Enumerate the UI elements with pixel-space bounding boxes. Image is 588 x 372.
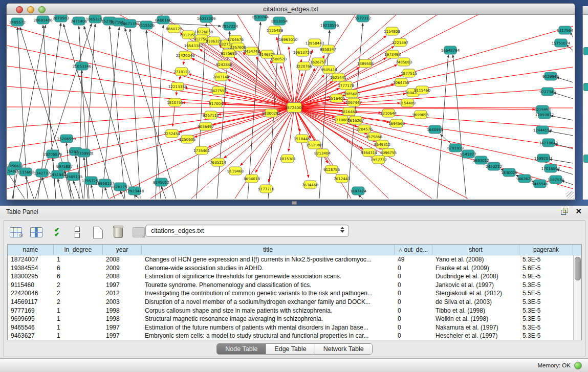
graph-node[interactable]: 1154808 [384, 27, 400, 35]
graph-node[interactable]: 7635214 [210, 158, 226, 166]
table-cell[interactable]: 9465546 [8, 323, 54, 332]
graph-node[interactable]: 9115460 [414, 86, 430, 94]
network-canvas[interactable]: 1872400788601238912955182260589127508165… [7, 15, 573, 199]
table-cell[interactable]: Estimation of the future numbers of pati… [142, 323, 395, 332]
table-cell[interactable]: 19384554 [8, 264, 54, 273]
graph-node[interactable]: 19613726 [293, 48, 312, 56]
table-cell[interactable]: 2008 [103, 272, 142, 281]
graph-node[interactable]: 9364314 [361, 148, 377, 157]
table-cell[interactable]: 5.3E-5 [519, 315, 573, 323]
table-cell[interactable]: 2008 [103, 255, 142, 264]
graph-node[interactable]: 8454749 [244, 47, 260, 55]
splitter-handle[interactable] [292, 201, 297, 205]
table-cell[interactable]: Changes of HCN gene expression and I(f) … [142, 255, 395, 264]
table-cell[interactable]: 5.3E-5 [519, 332, 573, 340]
graph-node[interactable]: 25206550 [57, 135, 76, 143]
table-cell[interactable]: 9115460 [8, 281, 54, 290]
table-row[interactable]: 946554611997Estimation of the future num… [8, 323, 574, 332]
graph-node[interactable]: 8213404 [314, 149, 331, 157]
table-row[interactable]: 977716911998Corpus callosum shape and si… [8, 307, 574, 315]
graph-node[interactable]: 1115668 [17, 168, 34, 176]
graph-node[interactable]: 9128756 [323, 165, 340, 173]
table-cell[interactable]: 9777169 [8, 307, 54, 315]
table-cell[interactable]: 1 [54, 323, 103, 332]
graph-node[interactable]: 1518445 [294, 135, 310, 143]
float-panel-icon[interactable] [561, 208, 568, 215]
table-cell[interactable]: Investigating the contribution of common… [142, 289, 395, 298]
table-cell[interactable]: 1997 [103, 281, 142, 290]
table-cell[interactable]: Embryonic stem cells: a model to study s… [142, 332, 395, 340]
graph-node[interactable]: 9505414 [321, 65, 337, 74]
graph-node[interactable]: 2204576 [356, 125, 373, 133]
table-cell[interactable]: 1 [54, 332, 103, 340]
close-panel-icon[interactable]: ✕ [575, 208, 582, 215]
graph-node[interactable]: 1588520 [270, 55, 287, 63]
graph-node[interactable]: 1704676 [227, 35, 244, 43]
table-options-icon[interactable]: ⚙ [8, 225, 24, 240]
graph-node[interactable]: 2078503 [53, 15, 69, 22]
graph-node[interactable]: 9267110 [203, 111, 219, 119]
table-cell[interactable]: 5.3E-5 [519, 307, 573, 315]
table-row[interactable]: 1830029562008Estimation of significance … [8, 272, 574, 281]
graph-node[interactable]: 8860123 [166, 25, 182, 33]
graph-node[interactable]: 1516405 [329, 94, 345, 102]
table-cell[interactable]: Yano et al. (2008) [432, 255, 519, 264]
table-cell[interactable]: 0 [395, 281, 432, 290]
table-cell[interactable]: 2003 [103, 298, 142, 307]
graph-node[interactable]: 9177716 [258, 185, 274, 193]
table-cell[interactable]: 9699695 [8, 315, 54, 323]
window-resize-grip[interactable] [567, 191, 574, 199]
graph-node[interactable]: 1512988 [306, 141, 322, 149]
column-header-year[interactable]: year [103, 245, 142, 255]
graph-node[interactable]: 9227343 [539, 87, 556, 96]
graph-node[interactable]: 20691406 [34, 16, 53, 24]
table-cell[interactable]: Structural magnetic resonance image aver… [142, 315, 395, 323]
table-row[interactable]: 969969511998Structural magnetic resonanc… [8, 315, 574, 323]
graph-node[interactable]: 1777178 [338, 81, 354, 90]
table-cell[interactable]: 1 [54, 315, 103, 323]
table-cell[interactable]: 2009 [103, 264, 142, 273]
table-row[interactable]: 2242004622012Investigating the contribut… [8, 289, 574, 298]
table-cell[interactable]: Wolkin et al. (1998) [432, 315, 519, 323]
table-cell[interactable]: 1 [54, 255, 103, 264]
table-cell[interactable]: 1 [54, 307, 103, 315]
new-table-icon[interactable] [90, 225, 105, 240]
table-cell[interactable]: 49 [395, 255, 432, 264]
table-cell[interactable]: Estimation of significance thresholds fo… [142, 272, 395, 281]
table-cell[interactable]: Franke et al. (2009) [432, 264, 519, 273]
graph-node[interactable]: 9575868 [366, 133, 382, 141]
graph-node[interactable]: 16648794 [441, 46, 460, 54]
table-cell[interactable]: 22420046 [8, 289, 54, 298]
table-cell[interactable]: 5.5E-5 [519, 289, 573, 298]
show-columns-icon[interactable] [29, 225, 44, 240]
graph-node[interactable]: 8549312 [374, 140, 390, 148]
table-cell[interactable]: 5.3E-5 [519, 255, 573, 264]
table-cell[interactable]: 0 [395, 307, 432, 315]
table-cell[interactable]: 9463627 [8, 332, 54, 340]
table-row[interactable]: 1872400712008Changes of HCN gene express… [8, 255, 574, 264]
column-header-short[interactable]: short [432, 245, 519, 255]
graph-node[interactable]: 16033809 [197, 15, 216, 23]
table-cell[interactable]: 14569117 [8, 298, 54, 307]
column-header-title[interactable]: title [142, 245, 395, 255]
graph-node[interactable]: 1317564 [557, 26, 573, 34]
table-cell[interactable]: 18300295 [8, 272, 54, 281]
graph-node[interactable]: 9541877 [460, 150, 476, 158]
window-titlebar[interactable]: citations_edges.txt [7, 4, 575, 15]
table-cell[interactable]: 5.6E-5 [519, 264, 573, 273]
column-header-in-degree[interactable]: in_degree [54, 245, 103, 255]
graph-node[interactable]: 15992071 [534, 154, 553, 162]
graph-node[interactable]: 8813054 [271, 17, 288, 25]
table-cell[interactable]: Dudbridge et al. (2008) [432, 272, 519, 281]
table-cell[interactable]: 1998 [103, 315, 142, 323]
graph-node[interactable]: 19218596 [320, 21, 339, 29]
tab-node-table[interactable]: Node Table [217, 344, 266, 354]
table-cell[interactable]: 1997 [103, 332, 142, 340]
scrollbar-thumb[interactable] [575, 257, 581, 280]
table-cell[interactable]: 5.9E-5 [519, 272, 573, 281]
graph-node[interactable]: 9056497 [198, 122, 214, 130]
table-cell[interactable]: 18724007 [8, 255, 54, 264]
graph-node[interactable]: 1810755 [167, 98, 183, 106]
graph-node[interactable]: 1626757 [310, 58, 326, 66]
graph-node[interactable]: 2471406 [71, 17, 87, 25]
